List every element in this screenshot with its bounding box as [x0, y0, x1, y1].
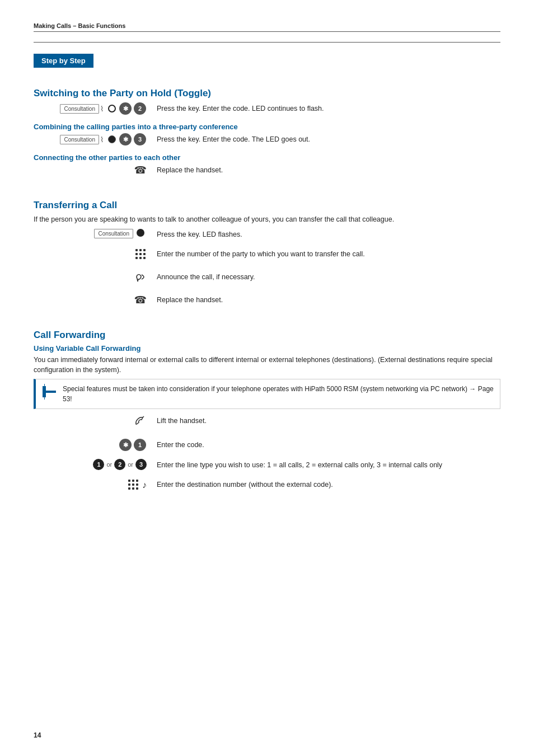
row-transfer-key: Consultation Press the key. LED flashes. — [34, 228, 500, 240]
note-box: Special features must be taken into cons… — [34, 379, 500, 409]
icon-group-transfer: Consultation — [94, 228, 147, 239]
consultation-key-1: Consultation — [60, 104, 99, 114]
row-transfer-replace: ☎ Replace the handset. — [34, 294, 500, 306]
row-connect-handset: ☎ Replace the handset. — [34, 164, 500, 176]
led-filled-transfer — [136, 228, 145, 239]
note-icon — [41, 384, 57, 402]
section-title-transfer: Transferring a Call — [34, 200, 500, 211]
consultation-key-3: Consultation — [94, 229, 133, 238]
row-combine: Consultation ⌇ ✱ 3 Press the key. Enter … — [34, 133, 500, 145]
replace-handset-icon-1: ☎ — [134, 164, 147, 176]
transfer-intro: If the person you are speaking to wants … — [34, 214, 500, 225]
phone-num-icon: ♪ — [142, 480, 147, 490]
svg-rect-22 — [128, 487, 130, 490]
keypad-icon-2 — [127, 478, 139, 492]
star-badge-2: ✱ — [119, 133, 132, 145]
row-left-transfer-keypad — [34, 248, 157, 263]
row-right-line-type: Enter the line type you wish to use: 1 =… — [157, 459, 500, 471]
lift-handset-icon — [133, 415, 147, 431]
subtitle-combining: Combining the calling parties into a thr… — [34, 123, 500, 131]
row-left-transfer-replace: ☎ — [34, 294, 157, 306]
row-left-enter-code: ✱ 1 — [34, 439, 157, 451]
row-right-lift: Lift the handset. — [157, 415, 500, 426]
divider — [34, 42, 500, 43]
row-enter-code: ✱ 1 Enter the code. — [34, 439, 500, 451]
gap-2 — [34, 314, 500, 324]
step-by-step-label: Step by Step — [34, 54, 93, 68]
row-right-switch-toggle: Press the key. Enter the code. LED conti… — [157, 102, 500, 114]
row-right-transfer-keypad: Enter the number of the party to which y… — [157, 248, 500, 260]
badge-1: 1 — [93, 459, 104, 470]
svg-rect-6 — [143, 253, 146, 255]
row-dest-number: ♪ Enter the destination number (without … — [34, 478, 500, 492]
svg-rect-2 — [139, 249, 142, 251]
row-right-transfer-key: Press the key. LED flashes. — [157, 228, 500, 240]
star-badge-code: ✱ — [119, 439, 132, 451]
wave-icon-1: ⌇ — [100, 105, 104, 113]
icon-group-line-type: 1 or 2 or 3 — [93, 459, 147, 470]
or-text-1: or — [106, 461, 112, 468]
row-right-connect: Replace the handset. — [157, 164, 500, 176]
row-left-switch-toggle: Consultation ⌇ ✱ 2 — [34, 102, 157, 115]
svg-rect-23 — [132, 487, 134, 490]
row-left-lift — [34, 415, 157, 431]
led-dark-1 — [108, 135, 116, 143]
row-right-enter-code: Enter the code. — [157, 439, 500, 450]
section-title-forwarding: Call Forwarding — [34, 330, 500, 341]
icon-group-toggle: Consultation ⌇ ✱ 2 — [60, 102, 147, 115]
row-right-dest-number: Enter the destination number (without th… — [157, 478, 500, 490]
subtitle-connecting: Connecting the other parties to each oth… — [34, 153, 500, 162]
svg-point-0 — [137, 229, 144, 237]
svg-rect-21 — [136, 483, 138, 486]
row-left-connect: ☎ — [34, 164, 157, 176]
row-right-announce: Announce the call, if necessary. — [157, 271, 500, 283]
note-text: Special features must be taken into cons… — [63, 384, 494, 404]
gap-1 — [34, 184, 500, 194]
variable-intro: You can immediately forward internal or … — [34, 355, 500, 376]
row-transfer-keypad: Enter the number of the party to which y… — [34, 248, 500, 263]
wave-icon-2: ⌇ — [100, 135, 104, 144]
svg-rect-19 — [128, 483, 130, 486]
row-left-combine: Consultation ⌇ ✱ 3 — [34, 133, 157, 145]
svg-rect-11 — [44, 384, 45, 387]
svg-rect-20 — [132, 483, 134, 486]
row-right-transfer-replace: Replace the handset. — [157, 294, 500, 306]
number-badge-3-1: 3 — [134, 133, 146, 145]
svg-line-15 — [143, 416, 144, 417]
row-line-type: 1 or 2 or 3 Enter the line type you wish… — [34, 459, 500, 471]
page: Making Calls – Basic Functions Step by S… — [0, 0, 534, 756]
page-number: 14 — [34, 731, 41, 739]
number-badge-2-1: 2 — [134, 102, 146, 115]
svg-rect-12 — [44, 397, 45, 400]
svg-rect-8 — [139, 257, 142, 259]
svg-rect-7 — [135, 257, 138, 259]
svg-rect-5 — [139, 253, 142, 255]
led-outline-1 — [108, 105, 116, 112]
svg-rect-10 — [43, 386, 46, 397]
announce-icon — [134, 271, 147, 286]
icon-group-combine: Consultation ⌇ ✱ 3 — [60, 133, 147, 145]
consultation-key-2: Consultation — [60, 135, 99, 144]
row-left-dest-number: ♪ — [34, 478, 157, 492]
row-left-line-type: 1 or 2 or 3 — [34, 459, 157, 470]
row-right-combine: Press the key. Enter the code. The LED g… — [157, 133, 500, 145]
svg-rect-17 — [132, 480, 134, 482]
star-badge-1: ✱ — [119, 102, 132, 115]
svg-rect-1 — [135, 249, 138, 251]
replace-handset-icon-2: ☎ — [134, 294, 147, 306]
section-header: Making Calls – Basic Functions — [34, 22, 500, 32]
row-lift-handset: Lift the handset. — [34, 415, 500, 431]
section-title-switching: Switching to the Party on Hold (Toggle) — [34, 88, 500, 99]
or-text-2: or — [128, 461, 133, 468]
keypad-icon-1 — [134, 248, 147, 263]
svg-rect-4 — [135, 253, 138, 255]
svg-rect-9 — [143, 257, 146, 259]
row-left-transfer-key: Consultation — [34, 228, 157, 239]
row-switch-toggle: Consultation ⌇ ✱ 2 Press the key. Enter … — [34, 102, 500, 115]
number-badge-1-code: 1 — [134, 439, 146, 451]
row-left-announce — [34, 271, 157, 286]
svg-rect-16 — [128, 480, 130, 482]
row-announce: Announce the call, if necessary. — [34, 271, 500, 286]
svg-rect-18 — [136, 480, 138, 482]
icon-group-code: ✱ 1 — [119, 439, 147, 451]
